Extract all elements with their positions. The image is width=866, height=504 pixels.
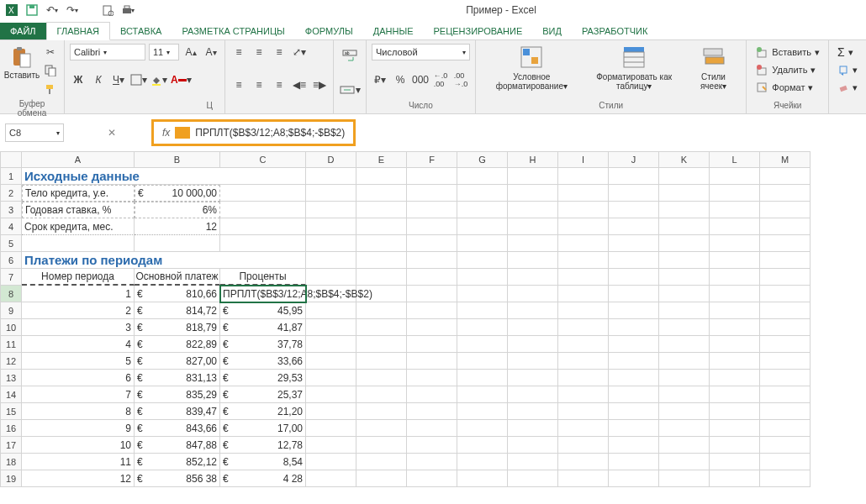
cell[interactable] xyxy=(508,269,558,286)
cell[interactable] xyxy=(760,302,811,319)
cell[interactable] xyxy=(659,336,710,353)
cell[interactable] xyxy=(659,470,710,487)
wrap-text-icon[interactable]: ab xyxy=(339,44,361,71)
cell[interactable]: 9 xyxy=(22,420,135,437)
cell[interactable] xyxy=(710,336,760,353)
cell[interactable] xyxy=(609,336,659,353)
cell[interactable]: Основной платеж xyxy=(135,269,220,286)
cell[interactable] xyxy=(609,454,659,470)
cell[interactable] xyxy=(306,235,356,252)
cell[interactable]: 12 xyxy=(135,218,220,235)
cell[interactable] xyxy=(22,235,135,252)
row-header[interactable]: 6 xyxy=(0,252,22,269)
cell[interactable] xyxy=(760,185,811,202)
cell[interactable]: Платежи по периодам xyxy=(22,252,306,269)
cell[interactable] xyxy=(558,319,609,336)
cell[interactable] xyxy=(508,454,558,470)
cell[interactable] xyxy=(356,319,407,336)
cell[interactable] xyxy=(609,386,659,403)
cell[interactable] xyxy=(356,185,407,202)
cell[interactable] xyxy=(508,403,558,420)
cell[interactable] xyxy=(609,302,659,319)
cell[interactable] xyxy=(508,235,558,252)
cell[interactable] xyxy=(659,235,710,252)
cell[interactable] xyxy=(306,185,356,202)
paste-button[interactable]: Вставить xyxy=(5,44,39,97)
decrease-font-icon[interactable]: A▾ xyxy=(203,44,219,60)
cell[interactable] xyxy=(760,336,811,353)
cell[interactable] xyxy=(407,269,457,286)
cell[interactable] xyxy=(508,437,558,454)
cell[interactable] xyxy=(659,252,710,269)
cell[interactable] xyxy=(609,202,659,218)
cell[interactable]: €856 38 xyxy=(135,470,220,487)
cell[interactable] xyxy=(220,235,306,252)
cell[interactable]: 12 xyxy=(22,470,135,487)
cell[interactable] xyxy=(306,202,356,218)
cell[interactable] xyxy=(609,218,659,235)
cell[interactable] xyxy=(508,202,558,218)
cell[interactable] xyxy=(659,454,710,470)
cell[interactable] xyxy=(710,353,760,370)
cell[interactable] xyxy=(659,202,710,218)
cell[interactable] xyxy=(760,168,811,185)
cell[interactable] xyxy=(356,218,407,235)
tab-formulas[interactable]: ФОРМУЛЫ xyxy=(295,23,363,39)
cell[interactable]: €17,00 xyxy=(220,420,306,437)
cell[interactable] xyxy=(508,185,558,202)
cell[interactable] xyxy=(710,302,760,319)
cell[interactable] xyxy=(760,454,811,470)
cell[interactable]: €839,47 xyxy=(135,403,220,420)
tab-data[interactable]: ДАННЫЕ xyxy=(363,23,424,39)
cell[interactable]: Номер периода xyxy=(22,269,135,286)
cell[interactable] xyxy=(558,353,609,370)
cell[interactable] xyxy=(659,168,710,185)
cell-styles-button[interactable]: Стили ячеек▾ xyxy=(686,44,742,91)
cell[interactable] xyxy=(710,202,760,218)
cell[interactable] xyxy=(407,370,457,386)
cell[interactable]: €41,87 xyxy=(220,319,306,336)
cell[interactable] xyxy=(508,336,558,353)
column-header[interactable]: B xyxy=(135,151,220,168)
column-header[interactable]: K xyxy=(659,151,710,168)
cell[interactable] xyxy=(457,386,508,403)
cell[interactable] xyxy=(220,218,306,235)
cell[interactable] xyxy=(659,218,710,235)
align-right-icon[interactable]: ≡ xyxy=(271,76,288,93)
row-header[interactable]: 18 xyxy=(0,454,22,470)
cell[interactable] xyxy=(306,370,356,386)
cell[interactable]: 2 xyxy=(22,302,135,319)
copy-icon[interactable] xyxy=(42,62,59,79)
column-header[interactable]: I xyxy=(558,151,609,168)
cell[interactable]: Исходные данные xyxy=(22,168,306,185)
cell[interactable] xyxy=(508,218,558,235)
merge-icon[interactable]: ▾ xyxy=(339,76,361,103)
cell[interactable] xyxy=(356,370,407,386)
tab-review[interactable]: РЕЦЕНЗИРОВАНИЕ xyxy=(423,23,532,39)
redo-icon[interactable]: ↷▾ xyxy=(66,3,79,17)
cell[interactable]: €4 28 xyxy=(220,470,306,487)
cell[interactable] xyxy=(760,202,811,218)
cell[interactable] xyxy=(457,202,508,218)
cell[interactable] xyxy=(609,437,659,454)
align-middle-icon[interactable]: ≡ xyxy=(251,44,267,60)
cell[interactable]: 5 xyxy=(22,353,135,370)
increase-font-icon[interactable]: A▴ xyxy=(182,44,199,60)
cell[interactable] xyxy=(760,403,811,420)
fill-button[interactable]: ▾ xyxy=(834,61,861,78)
insert-cells-button[interactable]: Вставить ▾ xyxy=(752,44,823,60)
cell[interactable] xyxy=(306,454,356,470)
cell[interactable] xyxy=(609,252,659,269)
row-header[interactable]: 7 xyxy=(0,269,22,286)
row-header[interactable]: 8 xyxy=(0,286,22,302)
align-bottom-icon[interactable]: ≡ xyxy=(271,44,288,60)
cell[interactable] xyxy=(220,185,306,202)
cell[interactable]: €29,53 xyxy=(220,370,306,386)
tab-insert[interactable]: ВСТАВКА xyxy=(110,23,172,39)
cell[interactable] xyxy=(760,218,811,235)
cell[interactable] xyxy=(356,454,407,470)
cell[interactable]: Тело кредита, у.е. xyxy=(22,185,135,202)
cell[interactable]: Проценты xyxy=(220,269,306,286)
cell[interactable]: €831,13 xyxy=(135,370,220,386)
cell[interactable]: €45,95 xyxy=(220,302,306,319)
